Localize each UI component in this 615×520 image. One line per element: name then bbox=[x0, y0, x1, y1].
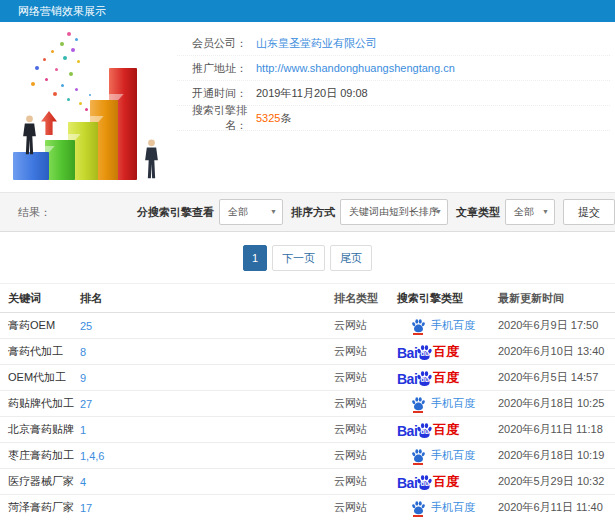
illustration-bar-blue bbox=[13, 152, 49, 180]
rank-type-cell: 云网站 bbox=[334, 318, 397, 333]
confetti-dot bbox=[45, 78, 48, 81]
page-number-current[interactable]: 1 bbox=[243, 245, 267, 271]
last-page-button[interactable]: 尾页 bbox=[330, 245, 372, 271]
info-link-value[interactable]: 山东皇圣堂药业有限公司 bbox=[256, 36, 377, 51]
engine-cell: Bai du 百度 bbox=[397, 421, 498, 439]
rank-type-cell: 云网站 bbox=[334, 474, 397, 489]
info-row: 搜索引擎排名：5325条 bbox=[177, 106, 610, 131]
growth-chart-illustration bbox=[5, 30, 187, 188]
table-row: 膏药OEM 25 云网站 手机百度 202 bbox=[0, 313, 615, 339]
confetti-dot bbox=[31, 82, 35, 86]
confetti-dot bbox=[85, 108, 88, 111]
pagination: 1 下一页 尾页 bbox=[0, 232, 615, 283]
rank-link[interactable]: 25 bbox=[80, 320, 92, 332]
baidu-paw-icon: du bbox=[416, 474, 433, 491]
confetti-dot bbox=[53, 92, 57, 96]
baidu-paw-icon bbox=[411, 396, 426, 411]
member-info-panel: 会员公司：山东皇圣堂药业有限公司推广地址：http://www.shandong… bbox=[177, 31, 610, 131]
info-link-value[interactable]: http://www.shandonghuangshengtang.cn bbox=[256, 62, 455, 74]
confetti-dot bbox=[55, 68, 58, 71]
confetti-dot bbox=[67, 98, 70, 101]
engine-cell: 手机百度 bbox=[397, 318, 498, 333]
confetti-dot bbox=[69, 72, 73, 76]
table-row: 北京膏药贴牌 1 云网站 Bai du 百度 bbox=[0, 417, 615, 443]
rank-cell: 9 bbox=[80, 372, 334, 384]
baidu-paw-icon bbox=[411, 448, 426, 463]
rank-link[interactable]: 4 bbox=[80, 476, 86, 488]
table-row: 菏泽膏药厂家 17 云网站 手机百度 20 bbox=[0, 495, 615, 520]
table-row: 膏药代加工 8 云网站 Bai du 百度 bbox=[0, 339, 615, 365]
engine-filter-value: 全部 bbox=[228, 206, 248, 217]
baidu-paw-icon: du bbox=[416, 344, 433, 361]
confetti-dot bbox=[79, 102, 82, 105]
keyword-cell: 膏药OEM bbox=[0, 318, 80, 333]
info-row: 会员公司：山东皇圣堂药业有限公司 bbox=[177, 31, 610, 56]
sort-filter-select[interactable]: 关键词由短到长排序 ▼ bbox=[340, 199, 448, 225]
baidu-logo: Bai du 百度 bbox=[397, 343, 459, 361]
engine-filter-label: 分搜索引擎查看 bbox=[137, 205, 214, 220]
rank-link[interactable]: 9 bbox=[80, 372, 86, 384]
rank-link[interactable]: 17 bbox=[80, 502, 92, 514]
column-header: 关键词 bbox=[0, 291, 80, 306]
businessman-right-icon bbox=[143, 136, 160, 182]
baidu-logo-bai: Bai bbox=[397, 475, 417, 491]
baidu-paw-icon: du bbox=[416, 370, 433, 387]
baidu-paw-icon bbox=[411, 500, 426, 515]
baidu-paw-icon: du bbox=[416, 422, 433, 439]
chevron-down-icon: ▼ bbox=[542, 200, 549, 224]
table-row: 枣庄膏药加工 1,4,6 云网站 手机百度 bbox=[0, 443, 615, 469]
baidu-logo-du: du bbox=[416, 428, 433, 435]
keyword-rank-table: 关键词排名排名类型搜索引擎类型最新更新时间 膏药OEM 25 云网站 手机 bbox=[0, 283, 615, 520]
confetti-dot bbox=[77, 60, 80, 63]
keyword-cell: 枣庄膏药加工 bbox=[0, 448, 80, 463]
next-page-button[interactable]: 下一页 bbox=[272, 245, 325, 271]
baidu-logo-du: du bbox=[416, 350, 433, 357]
member-info-section: 会员公司：山东皇圣堂药业有限公司推广地址：http://www.shandong… bbox=[0, 22, 615, 192]
baidu-paw-icon bbox=[411, 318, 426, 333]
rank-link[interactable]: 1 bbox=[80, 424, 86, 436]
rank-link[interactable]: 27 bbox=[80, 398, 92, 410]
keyword-cell: OEM代加工 bbox=[0, 370, 80, 385]
updated-cell: 2020年6月11日 11:40 bbox=[498, 500, 615, 515]
rank-cell: 1 bbox=[80, 424, 334, 436]
baidu-red-underline bbox=[413, 411, 423, 413]
baidu-logo-cn: 百度 bbox=[433, 343, 459, 361]
chevron-down-icon: ▼ bbox=[270, 200, 277, 224]
column-header: 搜索引擎类型 bbox=[397, 291, 498, 306]
info-text-value: 2019年11月20日 09:08 bbox=[256, 86, 368, 101]
mobile-baidu-label: 手机百度 bbox=[431, 318, 475, 333]
rank-cell: 27 bbox=[80, 398, 334, 410]
confetti-dot bbox=[63, 56, 67, 60]
confetti-dot bbox=[75, 38, 78, 41]
engine-cell: Bai du 百度 bbox=[397, 343, 498, 361]
rank-link[interactable]: 8 bbox=[80, 346, 86, 358]
mobile-baidu-badge: 手机百度 bbox=[397, 500, 475, 515]
confetti-dot bbox=[43, 58, 46, 61]
info-row: 推广地址：http://www.shandonghuangshengtang.c… bbox=[177, 56, 610, 81]
updated-cell: 2020年6月9日 17:50 bbox=[498, 318, 615, 333]
keyword-cell: 医疗器械厂家 bbox=[0, 474, 80, 489]
article-type-filter-label: 文章类型 bbox=[456, 205, 500, 220]
baidu-logo-bai: Bai bbox=[397, 371, 417, 387]
baidu-logo-cn: 百度 bbox=[433, 421, 459, 439]
baidu-logo-du: du bbox=[416, 480, 433, 487]
updated-cell: 2020年6月11日 11:18 bbox=[498, 422, 615, 437]
engine-filter-select[interactable]: 全部 ▼ bbox=[219, 199, 283, 225]
updated-cell: 2020年6月18日 10:25 bbox=[498, 396, 615, 411]
engine-cell: 手机百度 bbox=[397, 396, 498, 411]
updated-cell: 2020年5月29日 10:32 bbox=[498, 474, 615, 489]
updated-cell: 2020年6月18日 10:19 bbox=[498, 448, 615, 463]
rank-link[interactable]: 1,4,6 bbox=[80, 450, 104, 462]
rank-cell: 8 bbox=[80, 346, 334, 358]
confetti-dot bbox=[75, 88, 78, 91]
rank-type-cell: 云网站 bbox=[334, 370, 397, 385]
keyword-cell: 膏药代加工 bbox=[0, 344, 80, 359]
rank-cell: 25 bbox=[80, 320, 334, 332]
column-header: 排名类型 bbox=[334, 291, 397, 306]
businessman-left-icon bbox=[21, 114, 38, 156]
baidu-red-underline bbox=[413, 463, 423, 465]
submit-button[interactable]: 提交 bbox=[563, 199, 615, 225]
keyword-cell: 菏泽膏药厂家 bbox=[0, 500, 80, 515]
article-type-filter-select[interactable]: 全部 ▼ bbox=[505, 199, 555, 225]
sort-filter-label: 排序方式 bbox=[291, 205, 335, 220]
